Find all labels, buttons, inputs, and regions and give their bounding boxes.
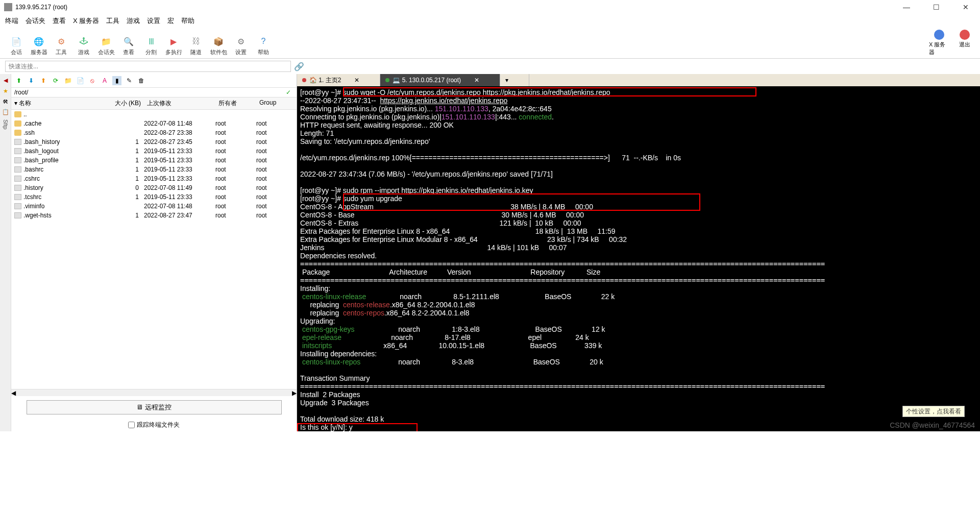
sftp-tab[interactable]: Sftp [3,119,9,130]
file-toolbar: ⬆ ⬇ ⬆ ⟳ 📁 📄 ⦸ A ▮ ✎ 🗑 [11,74,297,88]
tb-多执行[interactable]: ▶多执行 [162,35,185,56]
file-list: ...cache2022-07-08 11:48rootroot.ssh2022… [11,110,297,389]
tb-查看[interactable]: 🔍查看 [117,35,140,56]
tb-工具[interactable]: ⚙工具 [50,35,72,56]
refresh-icon[interactable]: ⟳ [51,76,60,85]
file-row[interactable]: .bash_profile12019-05-11 23:33rootroot [11,156,297,165]
file-row[interactable]: .bash_logout12019-05-11 23:33rootroot [11,146,297,156]
wget-url: https://pkg.jenkins.io/redhat/jenkins.re… [380,96,507,105]
menu-帮助[interactable]: 帮助 [181,16,194,26]
file-row[interactable]: .cshrc12019-05-11 23:33rootroot [11,174,297,183]
path-input[interactable] [14,89,283,96]
menu-查看[interactable]: 查看 [53,16,66,26]
quick-connect-input[interactable] [5,61,291,72]
window-titlebar: 139.9.95.217 (root) — ☐ ✕ [0,0,980,14]
terminal-tabs: 🏠 1. 主页2 ✕💻 5. 130.0.05.217 (root) ✕▾ [297,74,980,86]
remote-monitor-button[interactable]: 🖥 远程监控 [27,400,282,414]
newfile-icon[interactable]: 📄 [76,76,85,85]
file-row[interactable]: .viminfo2022-07-08 11:48rootroot [11,202,297,211]
file-row[interactable]: .bashrc12019-05-11 23:33rootroot [11,165,297,174]
tab-1. 主页2[interactable]: 🏠 1. 主页2 ✕ [297,74,380,86]
col-owner[interactable]: 所有者 [215,97,256,109]
tb-帮助[interactable]: ?帮助 [252,35,275,56]
file-panel: ⬆ ⬇ ⬆ ⟳ 📁 📄 ⦸ A ▮ ✎ 🗑 ✓ ▾ 名称 大小 (KB) 上次修… [11,74,297,431]
hscrollbar[interactable]: ◀▶ [11,389,297,396]
menu-会话夹[interactable]: 会话夹 [26,16,45,26]
main-toolbar: 📄会话🌐服务器⚙工具🕹游戏📁会话夹🔍查看Ⅲ分割▶多执行⛓隧道📦软件包⚙设置?帮助… [0,28,980,59]
tb-会话[interactable]: 📄会话 [5,35,28,56]
tb-服务器[interactable]: 🌐服务器 [28,35,50,56]
delete-icon[interactable]: ⦸ [88,76,97,85]
tb-会话夹[interactable]: 📁会话夹 [95,35,117,56]
newfolder-icon[interactable]: 📁 [63,76,72,85]
file-row[interactable]: .history02022-07-08 11:49rootroot [11,183,297,192]
link-icon[interactable]: 🔗 [294,62,304,71]
file-row[interactable]: .. [11,110,297,119]
col-name[interactable]: 名称 [19,100,31,107]
menu-X 服务器[interactable]: X 服务器 [73,16,99,26]
menu-终端[interactable]: 终端 [5,16,18,26]
remove-icon[interactable]: 🗑 [137,76,146,85]
app-icon [4,3,12,11]
follow-checkbox[interactable] [128,422,135,428]
col-size[interactable]: 大小 (KB) [103,97,144,109]
font-icon[interactable]: A [100,76,109,85]
tab-5. 130.0.05.217 (root)[interactable]: 💻 5. 130.0.05.217 (root) ✕ [380,74,500,86]
menu-游戏[interactable]: 游戏 [127,16,140,26]
upload-icon[interactable]: ⬆ [39,76,48,85]
jenkins-repo-link[interactable]: https://pkg.jenkins.io/redhat/jenkins.re… [483,88,610,96]
download-icon[interactable]: ⬇ [27,76,36,85]
menu-宏[interactable]: 宏 [167,16,174,26]
watermark: CSDN @weixin_46774564 [890,421,975,429]
file-row[interactable]: .tcshrc12019-05-11 23:33rootroot [11,192,297,202]
terminal-panel: 🏠 1. 主页2 ✕💻 5. 130.0.05.217 (root) ✕▾ [r… [297,74,980,431]
tb-软件包[interactable]: 📦软件包 [207,35,230,56]
tb-X 服务器[interactable]: X 服务器 [929,30,949,56]
col-group[interactable]: Group [256,97,287,109]
menu-设置[interactable]: 设置 [147,16,160,26]
maximize-button[interactable]: ☐ [926,3,946,11]
tab-add[interactable]: ▾ [500,74,529,86]
follow-terminal-check[interactable]: 跟踪终端文件夹 [11,419,297,431]
window-title: 139.9.95.217 (root) [15,4,67,11]
path-bar: ✓ [11,88,297,97]
tb-设置[interactable]: ⚙设置 [230,35,252,56]
menu-工具[interactable]: 工具 [106,16,119,26]
file-row[interactable]: .wget-hsts12022-08-27 23:47rootroot [11,211,297,220]
file-row[interactable]: .bash_history12022-08-27 23:45rootroot [11,137,297,146]
file-header: ▾ 名称 大小 (KB) 上次修改 所有者 Group [11,97,297,110]
up-icon[interactable]: ⬆ [14,76,23,85]
file-row[interactable]: .ssh2022-08-27 23:38rootroot [11,128,297,137]
col-date[interactable]: 上次修改 [144,97,215,109]
select-icon[interactable]: ▮ [112,76,121,85]
quick-connect-bar: 🔗 [0,59,980,74]
file-row[interactable]: .cache2022-07-08 11:48rootroot [11,119,297,128]
edit-icon[interactable]: ✎ [125,76,134,85]
window-controls: — ☐ ✕ [896,3,976,11]
tb-隧道[interactable]: ⛓隧道 [185,35,207,56]
path-ok-icon: ✓ [283,89,293,96]
tb-退出[interactable]: 退出 [954,30,975,56]
minimize-button[interactable]: — [896,3,917,11]
tb-分割[interactable]: Ⅲ分割 [140,35,162,56]
terminal-output[interactable]: [root@yy ~]# sudo wget -O /etc/yum.repos… [297,86,980,431]
tb-游戏[interactable]: 🕹游戏 [72,35,95,56]
menubar: 终端会话夹查看X 服务器工具游戏设置宏帮助 [0,14,980,28]
tooltip[interactable]: 个性设置，点我看看 [902,406,965,417]
left-sidebar: ◀ ★ 🛠 📋 Sftp [0,74,11,431]
jenkins-key-link[interactable]: https://pkg.jenkins.io/redhat/jenkins.io… [401,186,533,194]
close-button[interactable]: ✕ [955,3,976,11]
